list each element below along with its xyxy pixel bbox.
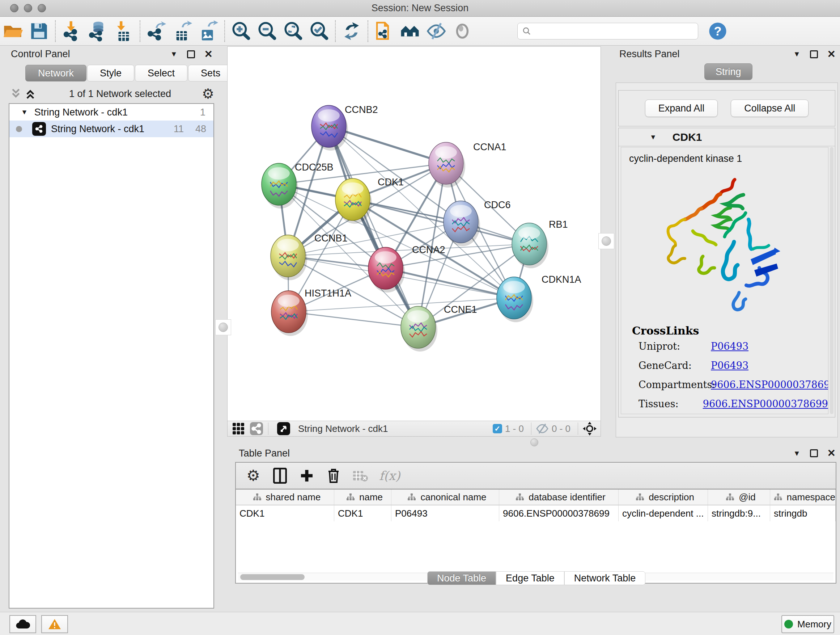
search-input[interactable]: [535, 26, 691, 36]
show-graphics-button[interactable]: [449, 19, 475, 43]
column-attribute-icon: [253, 493, 262, 501]
zoom-in-button[interactable]: [228, 19, 254, 43]
table-cell[interactable]: 9606.ENSP00000378699: [499, 505, 619, 521]
tab-network[interactable]: Network: [25, 65, 87, 81]
network-node-cdc6[interactable]: CDC6: [444, 200, 511, 246]
tab-node-table[interactable]: Node Table: [427, 571, 496, 585]
memory-button[interactable]: Memory: [782, 615, 834, 633]
network-canvas[interactable]: CCNB2CCNA1CDC25BCDK1CDC6RB1CCNB1CCNA2CDK…: [227, 47, 600, 421]
delete-column-trash-icon[interactable]: [325, 468, 341, 484]
results-scrollbar[interactable]: [830, 147, 834, 414]
status-separator: [531, 423, 531, 435]
string-import-button[interactable]: [371, 19, 397, 43]
crosslink-link[interactable]: P06493: [711, 360, 748, 371]
tab-style[interactable]: Style: [87, 65, 134, 81]
selected-checkbox-icon[interactable]: ✓: [493, 424, 502, 433]
expand-all-chevron-icon[interactable]: [24, 88, 38, 100]
panel-collapse-icon[interactable]: ▼: [793, 449, 801, 458]
network-node-ccna2[interactable]: CCNA2: [368, 244, 445, 293]
show-columns-icon[interactable]: [272, 468, 288, 484]
warning-status-button[interactable]: [41, 615, 68, 633]
birds-eye-icon[interactable]: [583, 421, 597, 436]
panel-close-icon[interactable]: ✕: [204, 50, 213, 58]
table-cell[interactable]: CDK1: [236, 505, 334, 521]
panel-close-icon[interactable]: ✕: [827, 449, 836, 457]
panel-collapse-icon[interactable]: ▼: [171, 50, 178, 58]
toolbar-search-field[interactable]: [517, 23, 698, 40]
column-header[interactable]: shared name: [236, 489, 334, 505]
network-tree-root-row[interactable]: ▼ String Network - cdk1 1: [9, 104, 213, 120]
crosslink-link[interactable]: P06493: [711, 340, 748, 352]
network-node-hist1h1a[interactable]: HIST1H1A: [271, 288, 351, 336]
refresh-view-button[interactable]: [339, 19, 365, 43]
table-cell[interactable]: stringdb:9...: [708, 505, 770, 521]
network-edge[interactable]: [386, 268, 514, 298]
create-column-plus-icon[interactable]: [299, 468, 315, 484]
open-in-window-icon[interactable]: [276, 421, 291, 436]
zoom-selected-button[interactable]: [306, 19, 332, 43]
tab-edge-table[interactable]: Edge Table: [496, 571, 564, 585]
network-edge[interactable]: [289, 312, 418, 327]
control-panel: Control Panel ▼ ✕ Network Style Select S…: [4, 47, 218, 606]
export-network-button[interactable]: [143, 19, 169, 43]
cloud-status-button[interactable]: [9, 615, 36, 633]
help-button[interactable]: ?: [705, 19, 731, 43]
network-node-ccnb1[interactable]: CCNB1: [271, 233, 347, 280]
column-header[interactable]: database identifier: [499, 489, 619, 505]
tab-sets[interactable]: Sets: [188, 65, 233, 81]
tree-expand-icon[interactable]: ▼: [21, 108, 28, 116]
tab-select[interactable]: Select: [135, 65, 187, 81]
gene-section-header[interactable]: ▼ CDK1: [619, 128, 835, 146]
table-cell[interactable]: P06493: [392, 505, 499, 521]
right-splitter-handle[interactable]: [598, 233, 614, 249]
table-settings-gear-icon[interactable]: ⚙: [245, 468, 261, 484]
left-splitter-handle[interactable]: [215, 319, 231, 335]
panel-collapse-icon[interactable]: ▼: [793, 50, 801, 58]
export-table-button[interactable]: [169, 19, 195, 43]
network-share-icon[interactable]: [249, 421, 264, 436]
panel-float-icon[interactable]: [810, 449, 818, 457]
table-cell[interactable]: CDK1: [334, 505, 392, 521]
scrollbar-thumb[interactable]: [240, 574, 305, 580]
network-tree-child-row[interactable]: String Network - cdk1 11 48: [9, 120, 213, 137]
hide-graphics-button[interactable]: [423, 19, 449, 43]
network-node-ccnb2[interactable]: CCNB2: [311, 104, 378, 150]
export-image-button[interactable]: [195, 19, 221, 43]
column-header[interactable]: namespace: [770, 489, 836, 505]
network-node-ccna1[interactable]: CCNA1: [429, 141, 507, 187]
column-header[interactable]: @id: [708, 489, 770, 505]
tab-string[interactable]: String: [704, 63, 752, 80]
node-label: CCNA2: [412, 244, 445, 255]
column-header[interactable]: description: [619, 489, 708, 505]
crosslinks-title: CrossLinks: [632, 325, 828, 337]
zoom-out-button[interactable]: [254, 19, 280, 43]
table-row[interactable]: CDK1CDK1P064939606.ENSP00000378699cyclin…: [236, 505, 836, 521]
panel-close-icon[interactable]: ✕: [827, 50, 836, 58]
column-header[interactable]: name: [334, 489, 392, 505]
crosslink-link[interactable]: 9606.ENSP00000378699: [711, 379, 829, 390]
save-session-button[interactable]: [26, 19, 52, 43]
panel-float-icon[interactable]: [187, 50, 195, 58]
network-node-rb1[interactable]: RB1: [512, 219, 568, 268]
import-network-file-button[interactable]: [58, 19, 85, 43]
collapse-all-button[interactable]: Collapse All: [731, 100, 808, 117]
string-home-button[interactable]: [397, 19, 423, 43]
tab-network-table[interactable]: Network Table: [564, 571, 646, 585]
column-header[interactable]: canonical name: [392, 489, 499, 505]
import-network-database-button[interactable]: [85, 19, 111, 43]
bottom-splitter-handle[interactable]: [526, 437, 542, 448]
collapse-all-chevron-icon[interactable]: [9, 88, 24, 100]
table-cell[interactable]: cyclin-dependent ...: [619, 505, 708, 521]
table-cell[interactable]: stringdb: [770, 505, 836, 521]
expand-all-button[interactable]: Expand All: [645, 100, 718, 117]
section-expand-icon[interactable]: ▼: [650, 133, 657, 141]
grid-view-icon[interactable]: [231, 421, 246, 436]
crosslink-link[interactable]: 9606.ENSP00000378699: [703, 398, 828, 409]
zoom-fit-button[interactable]: [280, 19, 306, 43]
gear-icon[interactable]: ⚙: [202, 87, 214, 100]
panel-float-icon[interactable]: [810, 50, 818, 58]
network-node-cdc25b[interactable]: CDC25B: [262, 162, 333, 209]
import-table-button[interactable]: [111, 19, 137, 43]
network-node-cdkn1a[interactable]: CDKN1A: [497, 274, 581, 322]
open-session-button[interactable]: [0, 19, 26, 43]
